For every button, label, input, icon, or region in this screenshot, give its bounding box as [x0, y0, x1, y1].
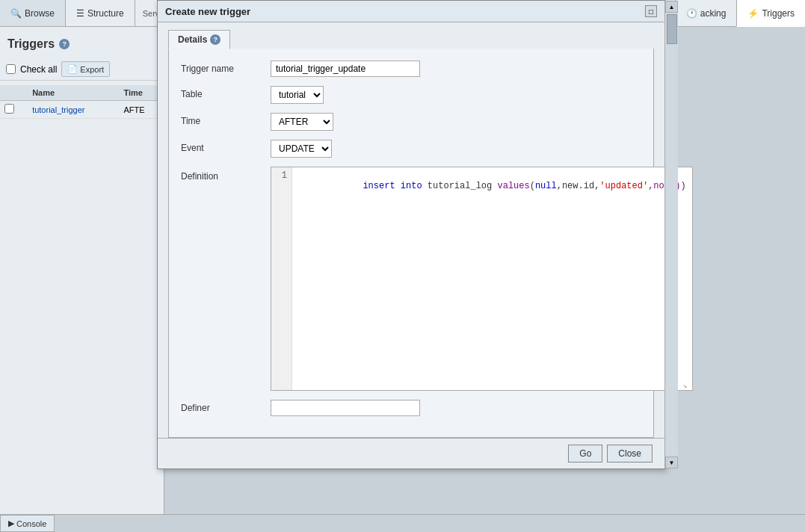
check-all-label: Check all [20, 64, 57, 75]
modal-footer: Go Close [158, 438, 664, 468]
triggers-icon: ⚡ [747, 8, 759, 19]
code-insert-keyword: insert [363, 181, 395, 191]
triggers-table: Name Time tutorial_trigger AFTE [0, 85, 164, 119]
line-number-1: 1 [276, 170, 287, 181]
row-name[interactable]: tutorial_trigger [28, 101, 119, 119]
console-label: Console [16, 519, 46, 528]
modal-titlebar[interactable]: Create new trigger □ [158, 1, 664, 22]
triggers-info-icon[interactable]: ? [59, 39, 70, 49]
modal-create-trigger: Create new trigger □ Details ? Trigger n… [157, 0, 665, 469]
trigger-name-input[interactable] [271, 61, 420, 77]
code-paren-open: ( [530, 181, 535, 191]
modal-scrollbar: ▲ ▼ [664, 1, 678, 468]
details-tab[interactable]: Details ? [168, 30, 230, 49]
check-all-checkbox[interactable] [6, 64, 16, 74]
definer-input[interactable] [271, 400, 420, 416]
table-row-form: Table tutorial [181, 86, 641, 104]
trigger-name-row: Trigger name [181, 61, 641, 77]
definer-row: Definer [181, 400, 641, 416]
bottom-bar: ▶ Console [0, 514, 805, 532]
tab-browse-label: Browse [25, 8, 55, 19]
console-icon: ▶ [8, 519, 14, 528]
details-tab-label: Details [178, 34, 207, 45]
details-info-icon[interactable]: ? [210, 34, 220, 45]
scroll-up-button[interactable]: ▲ [665, 1, 678, 13]
code-content[interactable]: insert into tutorial_log values(null,new… [292, 167, 692, 390]
time-select[interactable]: BEFORE AFTER [271, 113, 333, 131]
tab-acking[interactable]: 🕐 acking [675, 0, 737, 27]
tab-structure[interactable]: ☰ Structure [66, 0, 135, 26]
tab-triggers-label: Triggers [762, 8, 795, 19]
code-space-1 [395, 181, 401, 191]
browse-icon: 🔍 [10, 8, 22, 19]
close-button[interactable]: Close [607, 445, 653, 463]
structure-icon: ☰ [76, 8, 84, 19]
tab-acking-label: acking [700, 8, 727, 19]
row-checkbox[interactable] [4, 104, 14, 114]
table-label: Table [181, 86, 263, 99]
event-select[interactable]: INSERT UPDATE DELETE [271, 140, 332, 158]
definer-label: Definer [181, 400, 263, 413]
triggers-header: Triggers ? [0, 34, 164, 58]
tracking-icon: 🕐 [686, 8, 697, 19]
table-row: tutorial_trigger AFTE [0, 101, 164, 119]
resize-handle[interactable]: ↘ [683, 381, 691, 389]
tab-structure-label: Structure [87, 8, 124, 19]
code-new-id: new.id, [562, 181, 599, 191]
col-name: Name [28, 85, 119, 101]
tab-browse[interactable]: 🔍 Browse [0, 0, 66, 26]
line-numbers: 1 [271, 167, 292, 390]
time-label: Time [181, 113, 263, 126]
code-tablename: tutorial_log [422, 181, 498, 191]
code-into-keyword: into [401, 181, 422, 191]
code-paren-close: ) [680, 181, 685, 191]
export-button[interactable]: 📄 Export [61, 61, 110, 77]
code-null: null [535, 181, 557, 191]
trigger-name-label: Trigger name [181, 61, 263, 74]
toolbar: Check all 📄 Export [0, 58, 164, 81]
row-checkbox-cell [0, 101, 28, 119]
modal-close-button[interactable]: □ [645, 5, 657, 17]
left-panel: Triggers ? Check all 📄 Export Name Time … [0, 27, 164, 532]
scroll-down-button[interactable]: ▼ [665, 457, 678, 468]
time-row: Time BEFORE AFTER [181, 113, 641, 131]
col-select [0, 85, 28, 101]
event-label: Event [181, 140, 263, 153]
code-editor[interactable]: 1 insert into tutorial_log values(null,n… [271, 167, 693, 391]
modal-title: Create new trigger [165, 6, 250, 17]
scroll-thumb[interactable] [667, 14, 677, 44]
console-button[interactable]: ▶ Console [0, 515, 55, 532]
definition-row: Definition 1 insert into tutorial_log va… [181, 167, 641, 391]
export-icon: 📄 [67, 64, 78, 74]
definition-label: Definition [181, 167, 263, 182]
go-button[interactable]: Go [568, 445, 602, 463]
export-label: Export [80, 65, 104, 74]
code-values-keyword: values [497, 181, 529, 191]
triggers-title: Triggers [7, 37, 55, 51]
table-select[interactable]: tutorial [271, 86, 324, 104]
tab-triggers[interactable]: ⚡ Triggers [736, 0, 805, 27]
code-comma1: , [557, 181, 562, 191]
event-row: Event INSERT UPDATE DELETE [181, 140, 641, 158]
code-string-updated: 'updated' [599, 181, 648, 191]
